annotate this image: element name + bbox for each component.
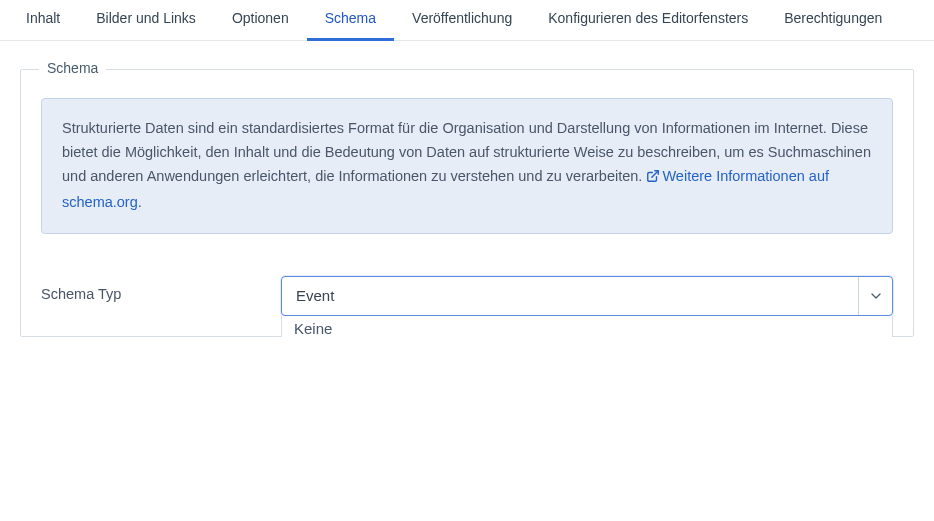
tab-bar: InhaltBilder und LinksOptionenSchemaVerö… — [0, 0, 934, 41]
tab-veröffentlichung[interactable]: Veröffentlichung — [394, 0, 530, 41]
schema-type-value: Event — [296, 287, 858, 304]
option-keine[interactable]: Keine — [282, 316, 892, 337]
fieldset-legend: Schema — [39, 60, 106, 76]
tab-optionen[interactable]: Optionen — [214, 0, 307, 41]
svg-line-0 — [652, 171, 658, 177]
schema-info-box: Strukturierte Daten sind ein standardisi… — [41, 98, 893, 234]
schema-type-select[interactable]: Event — [281, 276, 893, 316]
tab-konfigurieren-des-editorfensters[interactable]: Konfigurieren des Editorfensters — [530, 0, 766, 41]
tab-bilder-und-links[interactable]: Bilder und Links — [78, 0, 214, 41]
tab-inhalt[interactable]: Inhalt — [8, 0, 78, 41]
schema-type-control: Event KeineBlogPostingBookEventOrganizat… — [281, 276, 893, 316]
tab-schema[interactable]: Schema — [307, 0, 394, 41]
tab-berechtigungen[interactable]: Berechtigungen — [766, 0, 900, 41]
schema-fieldset: Schema Strukturierte Daten sind ein stan… — [20, 69, 914, 337]
schema-info-period: . — [138, 194, 142, 210]
schema-type-label: Schema Typ — [41, 276, 281, 302]
external-link-icon — [646, 167, 660, 191]
schema-type-dropdown: KeineBlogPostingBookEventOrganizationPer… — [281, 316, 893, 337]
chevron-down-icon — [858, 277, 892, 315]
schema-type-row: Schema Typ Event KeineBlogPostingBookEve… — [41, 276, 893, 316]
schema-panel: Schema Strukturierte Daten sind ein stan… — [0, 41, 934, 337]
